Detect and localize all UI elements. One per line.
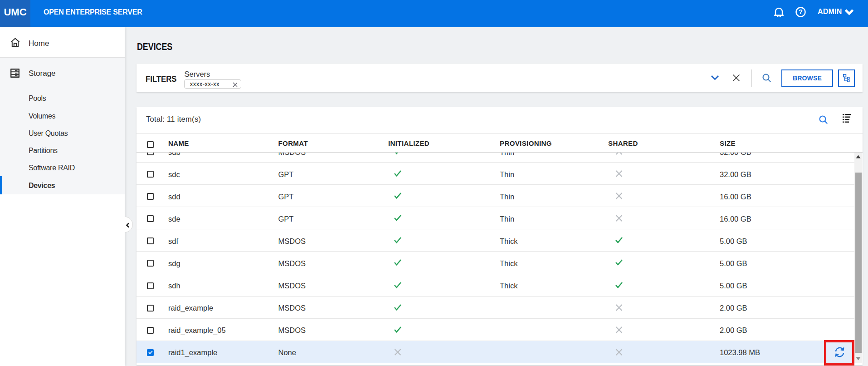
- svg-text:?: ?: [799, 8, 803, 15]
